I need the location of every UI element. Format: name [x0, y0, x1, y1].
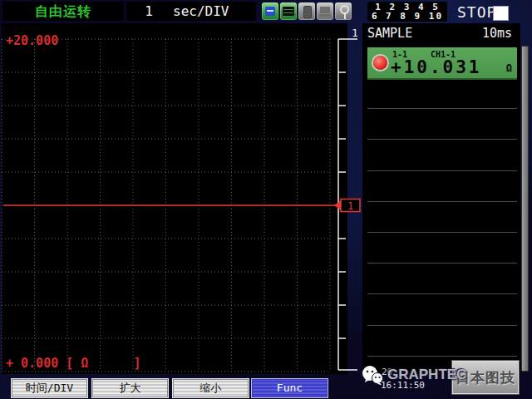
sample-header: SAMPLE 10ms	[362, 23, 520, 42]
channel-number-grid: 1 2 3 4 5 6 7 8 9 10	[367, 2, 447, 22]
time-div-button[interactable]: 时间/DIV	[11, 378, 88, 398]
mode-status-box: 自由运转	[2, 2, 124, 21]
sample-panel: SAMPLE 10ms 1-1 CH1-1 +10.031 Ω	[362, 23, 520, 372]
sd-card-icon	[262, 2, 278, 20]
channel-1-card[interactable]: 1-1 CH1-1 +10.031 Ω	[367, 47, 517, 80]
scale-upper-limit: +20.000	[6, 33, 58, 48]
key-lock-icon	[335, 2, 352, 20]
zoom-out-button[interactable]: 缩小	[172, 378, 249, 398]
func-button[interactable]: Func	[251, 378, 328, 398]
stop-label: STOP	[457, 3, 496, 21]
trace-marker-label: 1	[347, 200, 353, 212]
empty-channel-rows	[367, 78, 517, 371]
scale-lower-limit: + 0.000 [ Ω ]	[6, 356, 141, 371]
channel-grid-row2: 6 7 8 9 10	[372, 12, 443, 21]
channel-value: +10.031	[391, 57, 482, 77]
scale-top-label: 1	[352, 27, 358, 39]
mode-label: 自由运转	[35, 3, 91, 19]
watermark-brand: GRAPHTEC	[387, 367, 466, 383]
timebase-value: 1	[136, 3, 161, 19]
channel-unit: Ω	[506, 62, 512, 74]
sample-title: SAMPLE	[367, 26, 412, 41]
memory-icon	[298, 2, 315, 20]
sample-rate-value: 10ms	[482, 26, 512, 41]
waveform-panel	[2, 23, 347, 374]
timebase-box: 1 sec/DIV	[126, 2, 256, 21]
zoom-in-button[interactable]: 扩大	[91, 378, 169, 398]
channel-list-scrollbar[interactable]	[521, 46, 529, 372]
data-logger-icon	[280, 2, 297, 20]
timebase-unit: sec/DIV	[173, 3, 229, 19]
status-icon-bar	[262, 2, 352, 20]
recording-led-icon	[373, 56, 387, 70]
pc-icon	[317, 2, 333, 20]
stop-checkbox[interactable]	[493, 6, 509, 21]
